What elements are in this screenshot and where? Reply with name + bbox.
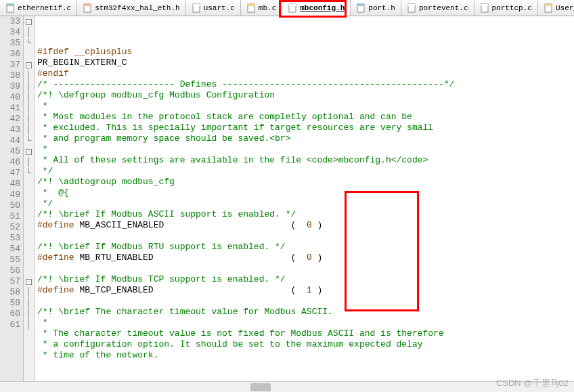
code-area[interactable]: #ifdef __cplusplusPR_BEGIN_EXTERN_C#endi… bbox=[35, 16, 574, 392]
line-number: 44 bbox=[3, 135, 20, 146]
tab-portevent-c[interactable]: portevent.c bbox=[401, 0, 474, 16]
code-line[interactable]: * and program memory space should be sav… bbox=[37, 133, 574, 144]
line-number: 53 bbox=[3, 233, 20, 244]
fold-marker bbox=[24, 200, 34, 211]
code-line[interactable] bbox=[37, 296, 574, 307]
line-number: 58 bbox=[3, 287, 20, 298]
code-line[interactable]: * All of these settings are available in… bbox=[37, 155, 574, 166]
tab-label: mb.c bbox=[259, 4, 276, 12]
fold-marker: └ bbox=[24, 168, 34, 179]
line-number: 43 bbox=[3, 125, 20, 135]
code-line[interactable]: /* ----------------------- Defines -----… bbox=[37, 79, 574, 90]
line-number: 51 bbox=[3, 211, 20, 222]
file-icon bbox=[5, 3, 15, 14]
code-line[interactable] bbox=[37, 263, 574, 274]
line-number: 50 bbox=[3, 200, 20, 211]
code-line[interactable]: #endif bbox=[37, 68, 574, 79]
fold-marker: │ bbox=[24, 309, 34, 320]
code-line[interactable]: * a configuration option. It should be s… bbox=[37, 339, 574, 350]
horizontal-scrollbar[interactable] bbox=[0, 381, 574, 392]
fold-marker[interactable]: − bbox=[24, 16, 34, 27]
tab-label: mbconfig.h bbox=[300, 4, 345, 12]
code-line[interactable]: #define MB_RTU_ENABLED ( 0 ) bbox=[37, 253, 574, 263]
line-number: 57 bbox=[3, 276, 20, 287]
code-line[interactable]: /*! \brief If Modbus TCP support is enab… bbox=[37, 274, 574, 285]
line-number: 48 bbox=[3, 179, 20, 190]
line-number-gutter: 3334353637383940414243444546474849505152… bbox=[0, 16, 24, 392]
line-number: 56 bbox=[3, 265, 20, 276]
tab-label: User_m bbox=[556, 4, 574, 12]
tab-User_m[interactable]: User_m bbox=[538, 0, 574, 16]
file-icon bbox=[407, 3, 416, 14]
line-number: 33 bbox=[3, 16, 20, 27]
line-number: 36 bbox=[3, 49, 20, 60]
code-line[interactable]: */ bbox=[37, 198, 574, 209]
code-line[interactable]: /*! \brief If Modbus RTU support is enab… bbox=[37, 242, 574, 253]
tab-porttcp-c[interactable]: porttcp.c bbox=[474, 0, 538, 16]
file-icon bbox=[288, 3, 297, 14]
fold-marker bbox=[24, 244, 34, 255]
fold-marker: │ bbox=[24, 92, 34, 103]
line-number: 34 bbox=[3, 27, 20, 38]
code-line[interactable]: * bbox=[37, 101, 574, 112]
tab-label: portevent.c bbox=[419, 4, 468, 12]
line-number: 55 bbox=[3, 255, 20, 265]
svg-rect-3 bbox=[84, 4, 91, 6]
line-number: 45 bbox=[3, 146, 20, 157]
line-number: 61 bbox=[3, 320, 20, 330]
code-line[interactable]: /*! \brief The character timeout value f… bbox=[37, 307, 574, 318]
line-number: 40 bbox=[3, 92, 20, 103]
code-line[interactable]: * The character timeout value is not fix… bbox=[37, 328, 574, 339]
scrollbar-thumb[interactable] bbox=[250, 383, 271, 391]
tab-stm32f4xx_hal_eth-h[interactable]: stm32f4xx_hal_eth.h bbox=[77, 0, 185, 16]
tab-mbconfig-h[interactable]: mbconfig.h bbox=[282, 0, 351, 16]
code-line[interactable]: #define MB_TCP_ENABLED ( 1 ) bbox=[37, 285, 574, 296]
fold-marker bbox=[24, 255, 34, 265]
tab-label: porttcp.c bbox=[492, 4, 532, 12]
fold-marker: │ bbox=[24, 298, 34, 309]
code-line[interactable]: /*! \brief If Modbus ASCII support is en… bbox=[37, 209, 574, 220]
code-line[interactable]: #define MB_ASCII_ENABLED ( 0 ) bbox=[37, 220, 574, 231]
file-icon bbox=[356, 3, 366, 14]
tab-port-h[interactable]: port.h bbox=[351, 0, 401, 16]
fold-marker: │ bbox=[24, 81, 34, 92]
svg-rect-15 bbox=[481, 4, 488, 6]
line-number: 59 bbox=[3, 298, 20, 309]
line-number: 39 bbox=[3, 81, 20, 92]
line-number: 49 bbox=[3, 190, 20, 200]
code-line[interactable]: /*! \addtogroup modbus_cfg bbox=[37, 177, 574, 188]
file-icon bbox=[192, 3, 201, 14]
code-line[interactable]: /*! \defgroup modbus_cfg Modbus Configur… bbox=[37, 90, 574, 101]
fold-marker bbox=[24, 265, 34, 276]
code-line[interactable]: PR_BEGIN_EXTERN_C bbox=[37, 58, 574, 68]
fold-marker[interactable]: − bbox=[24, 60, 34, 70]
fold-marker: │ bbox=[24, 320, 34, 330]
line-number: 52 bbox=[3, 222, 20, 233]
svg-rect-1 bbox=[7, 4, 14, 6]
svg-rect-5 bbox=[193, 4, 200, 6]
tab-mb-c[interactable]: mb.c bbox=[241, 0, 282, 16]
fold-marker[interactable]: − bbox=[24, 146, 34, 157]
tab-ethernetif-c[interactable]: ethernetif.c bbox=[0, 0, 77, 16]
code-line[interactable]: */ bbox=[37, 166, 574, 177]
svg-rect-7 bbox=[248, 4, 255, 6]
code-line[interactable]: * bbox=[37, 318, 574, 328]
fold-marker bbox=[24, 222, 34, 233]
tab-label: ethernetif.c bbox=[18, 4, 71, 12]
code-line[interactable] bbox=[37, 231, 574, 242]
tab-usart-c[interactable]: usart.c bbox=[186, 0, 241, 16]
code-line[interactable]: * time of the network. bbox=[37, 350, 574, 361]
fold-marker bbox=[24, 49, 34, 60]
code-line[interactable]: * Most modules in the protocol stack are… bbox=[37, 112, 574, 123]
fold-marker[interactable]: − bbox=[24, 276, 34, 287]
code-line[interactable]: * excluded. This is specially important … bbox=[37, 123, 574, 133]
code-line[interactable]: * @{ bbox=[37, 188, 574, 198]
fold-marker bbox=[24, 233, 34, 244]
code-line[interactable]: * bbox=[37, 144, 574, 155]
fold-marker: │ bbox=[24, 287, 34, 298]
fold-marker: │ bbox=[24, 27, 34, 38]
file-icon bbox=[480, 3, 489, 14]
fold-marker: │ bbox=[24, 114, 34, 125]
code-line[interactable]: #ifdef __cplusplus bbox=[37, 47, 574, 58]
line-number: 37 bbox=[3, 60, 20, 70]
